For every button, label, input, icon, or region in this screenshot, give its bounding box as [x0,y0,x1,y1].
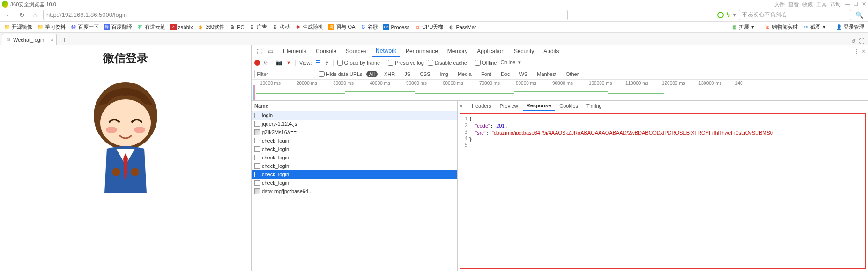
bookmark-cpu[interactable]: ⧈CPU天梯 [414,23,443,30]
filter-js[interactable]: JS [401,71,413,77]
tab-sources[interactable]: Sources [342,45,370,57]
filter-doc[interactable]: Doc [498,71,513,77]
request-row[interactable]: check_login [252,162,457,170]
bookmark-oa[interactable]: 啊啊与 OA [328,23,355,30]
tab-wechat-login[interactable]: 🗎 Wechat_login × [2,34,57,45]
bookmark-fanyi[interactable]: 译百度翻译 [104,23,132,30]
request-row[interactable]: check_login [252,145,457,153]
throttling-select[interactable]: Online ▾ [500,60,521,66]
group-by-frame-checkbox[interactable]: Group by frame [337,60,380,66]
request-row[interactable]: check_login [252,136,457,145]
search-button[interactable]: 🔍 [854,10,864,20]
window-close-icon[interactable]: ✕ [862,1,866,8]
detail-tab-timing[interactable]: Timing [583,101,606,111]
bookmark-zabbix[interactable]: Zzabbix [170,24,193,30]
menu-tools[interactable]: 工具 [816,1,827,8]
window-maximize-icon[interactable]: ☐ [853,1,858,8]
close-icon[interactable]: × [51,37,53,43]
request-row[interactable]: login [252,111,457,120]
back-button[interactable]: ← [4,10,14,20]
tab-console[interactable]: Console [312,45,340,57]
tab-audits[interactable]: Audits [540,45,563,57]
inspect-element-icon[interactable]: ⬚ [254,48,264,54]
bookmark-pc[interactable]: 🗎PC [229,24,244,30]
network-timeline[interactable]: 10000 ms 20000 ms 30000 ms 40000 ms 5000… [252,80,868,100]
filter-all[interactable]: All [366,71,378,77]
menu-fav[interactable]: 收藏 [802,1,813,8]
detail-tab-preview[interactable]: Preview [496,101,522,111]
undo-close-icon[interactable]: ↺ [851,38,856,45]
request-row[interactable]: jquery-1.12.4.js [252,120,457,128]
bookmark-ad[interactable]: 🗎广告 [249,23,267,30]
clear-button[interactable]: ⊘ [264,60,268,66]
tab-application[interactable]: Application [473,45,508,57]
filter-media[interactable]: Media [455,71,475,77]
window-minimize-icon[interactable]: — [845,1,850,8]
close-detail-icon[interactable]: × [460,103,467,109]
capture-screenshot-icon[interactable]: 📷 [276,60,282,66]
speed-icon[interactable]: ϟ [727,12,730,18]
offline-checkbox[interactable]: Offline [475,60,497,66]
preserve-log-checkbox[interactable]: Preserve log [388,60,424,66]
menu-file[interactable]: 文件 [774,1,785,8]
view-waterfall-icon[interactable]: ⫽ [324,60,329,66]
bookmark-youdao[interactable]: 有有道云笔 [137,23,165,30]
filter-font[interactable]: Font [478,71,494,77]
fullscreen-icon[interactable]: ⛶ [859,38,864,45]
filter-css[interactable]: CSS [417,71,433,77]
filter-input[interactable] [254,70,315,78]
bookmark-baidu[interactable]: 袋百度一下 [70,23,99,30]
dropdown-icon[interactable]: ▾ [733,12,736,18]
menu-help[interactable]: 帮助 [831,1,841,8]
timeline-tick: 130000 ms [698,81,735,86]
filter-other[interactable]: Other [563,71,582,77]
refresh-indicator-icon[interactable] [717,12,724,18]
request-row[interactable]: check_login [252,153,457,162]
menu-view[interactable]: 查看 [788,1,799,8]
bookmark-gen[interactable]: ✱生成随机 [295,23,323,30]
filter-img[interactable]: Img [437,71,451,77]
tab-performance[interactable]: Performance [402,45,442,57]
tab-memory[interactable]: Memory [444,45,471,57]
bookmark-opensource[interactable]: 📁开源镜像 [4,23,32,30]
tab-network[interactable]: Network [372,45,400,57]
filter-icon[interactable]: ▼ [286,60,291,66]
bookmark-process[interactable]: OnProcess [383,24,409,30]
request-row[interactable]: gZik2Ms16A== [252,128,457,136]
response-body[interactable]: 12345 { "code": 201, "src": "data:img/jp… [460,113,866,269]
login-manage-button[interactable]: 👤登录管理 [836,23,864,30]
devtools-close-icon[interactable]: × [862,48,865,54]
bookmark-google[interactable]: G谷歌 [360,23,378,30]
filter-ws[interactable]: WS [516,71,530,77]
bookmark-study[interactable]: 📁学习资料 [37,23,66,30]
network-toolbar: ⊘ 📷 ▼ View: ☰ ⫽ Group by frame Preserve … [252,57,868,68]
tab-security[interactable]: Security [510,45,538,57]
new-tab-button[interactable]: + [59,35,70,45]
view-large-icon[interactable]: ☰ [316,60,320,66]
devtools-menu-icon[interactable]: ⋮ [853,48,859,54]
bookmark-360[interactable]: ◉360软件 [198,23,224,30]
record-button[interactable] [254,60,260,66]
disable-cache-checkbox[interactable]: Disable cache [428,60,467,66]
detail-tab-headers[interactable]: Headers [468,101,495,111]
detail-tab-response[interactable]: Response [523,101,555,111]
requests-header-name[interactable]: Name [252,101,457,111]
screenshot-button[interactable]: ✂截图▾ [802,23,826,30]
request-row[interactable]: check_login [252,170,457,179]
detail-tab-cookies[interactable]: Cookies [556,101,582,111]
address-bar[interactable]: http://192.168.1.86:5000/login [43,10,568,20]
home-button[interactable]: ⌂ [30,10,40,20]
filter-xhr[interactable]: XHR [381,71,398,77]
device-toggle-icon[interactable]: ▭ [266,48,275,54]
request-row[interactable]: data:img/jpg:base64... [252,187,457,196]
search-input[interactable]: 不忘初心不负剑心 [739,10,851,20]
tab-elements[interactable]: Elements [279,45,310,57]
bookmark-passmark[interactable]: ◐PassMar [448,24,476,30]
extensions-button[interactable]: ▦扩展▾ [731,23,754,30]
filter-manifest[interactable]: Manifest [534,71,559,77]
shopping-button[interactable]: 🛍购物党实时 [764,23,798,30]
hide-data-urls-checkbox[interactable]: Hide data URLs [319,71,363,77]
request-row[interactable]: check_login [252,179,457,187]
refresh-button[interactable]: ↻ [17,10,27,20]
bookmark-mobile[interactable]: 🗎移动 [272,23,290,30]
